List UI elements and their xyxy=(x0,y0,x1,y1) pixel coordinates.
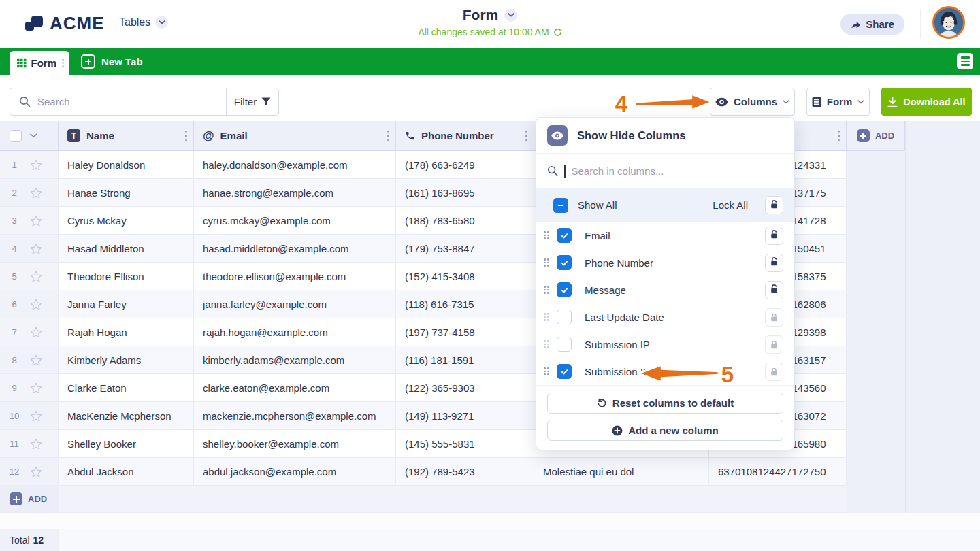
email-cell[interactable]: cyrus.mckay@example.com xyxy=(194,207,396,235)
phone-cell[interactable]: (197) 737-4158 xyxy=(396,318,534,346)
phone-cell[interactable]: (149) 113-9271 xyxy=(396,402,534,430)
phone-cell[interactable]: (161) 163-8695 xyxy=(396,179,534,207)
tab-form[interactable]: Form xyxy=(10,51,69,75)
phone-cell[interactable]: (192) 789-5423 xyxy=(396,458,534,486)
submission-id-cell[interactable]: 6370108124427172750 xyxy=(709,458,847,486)
drag-handle-icon[interactable] xyxy=(544,231,550,239)
column-lock-button[interactable] xyxy=(765,335,783,354)
name-cell[interactable]: Clarke Eaton xyxy=(59,374,194,402)
email-cell[interactable]: shelley.booker@example.com xyxy=(194,430,396,458)
column-checkbox[interactable] xyxy=(557,337,572,352)
popup-search-input[interactable] xyxy=(572,165,784,177)
column-lock-button[interactable] xyxy=(765,363,783,381)
drag-handle-icon[interactable] xyxy=(544,258,550,267)
kebab-icon[interactable] xyxy=(525,130,528,141)
column-checkbox[interactable] xyxy=(557,228,572,243)
star-icon[interactable] xyxy=(30,187,42,199)
star-icon[interactable] xyxy=(30,466,42,478)
columns-button[interactable]: Columns xyxy=(710,88,795,116)
kebab-icon[interactable] xyxy=(185,130,188,141)
show-all-checkbox[interactable] xyxy=(553,198,568,213)
phone-cell[interactable]: (188) 783-6580 xyxy=(396,207,534,235)
email-cell[interactable]: hasad.middleton@example.com xyxy=(194,235,396,263)
name-cell[interactable]: Abdul Jackson xyxy=(59,458,194,486)
new-tab-button[interactable]: New Tab xyxy=(81,48,143,75)
name-cell[interactable]: Rajah Hogan xyxy=(59,318,194,346)
filter-button[interactable]: Filter xyxy=(226,88,278,115)
tab-kebab-icon[interactable] xyxy=(62,59,64,67)
phone-cell[interactable]: (179) 753-8847 xyxy=(396,235,534,263)
row-number: 10 xyxy=(7,411,22,421)
name-cell[interactable]: Cyrus Mckay xyxy=(59,207,194,235)
title-chevron-down-icon[interactable] xyxy=(504,9,517,22)
star-icon[interactable] xyxy=(30,271,42,282)
star-icon[interactable] xyxy=(30,382,42,394)
column-header-email[interactable]: @ Email xyxy=(194,121,396,151)
phone-cell[interactable]: (122) 365-9303 xyxy=(396,374,534,402)
star-icon[interactable] xyxy=(30,327,42,338)
name-cell[interactable]: Kimberly Adams xyxy=(59,346,194,374)
star-icon[interactable] xyxy=(30,410,42,422)
drag-handle-icon[interactable] xyxy=(544,313,550,321)
column-checkbox[interactable] xyxy=(557,364,572,379)
email-cell[interactable]: kimberly.adams@example.com xyxy=(194,346,396,374)
chevron-down-icon[interactable] xyxy=(30,133,37,138)
name-cell[interactable]: Janna Farley xyxy=(59,290,194,318)
column-header-phone[interactable]: Phone Number xyxy=(396,121,534,151)
column-checkbox[interactable] xyxy=(557,282,572,297)
add-new-column-label: Add a new column xyxy=(628,424,719,436)
email-cell[interactable]: mackenzie.mcpherson@example.com xyxy=(194,402,396,430)
email-cell[interactable]: rajah.hogan@example.com xyxy=(194,318,396,346)
kebab-icon[interactable] xyxy=(387,130,390,141)
avatar[interactable] xyxy=(932,6,965,39)
phone-cell[interactable]: (152) 415-3408 xyxy=(396,263,534,290)
phone-cell[interactable]: (116) 181-1591 xyxy=(396,346,534,374)
kebab-icon[interactable] xyxy=(838,130,840,141)
email-cell[interactable]: abdul.jackson@example.com xyxy=(194,458,396,486)
name-cell[interactable]: Hasad Middleton xyxy=(59,235,194,263)
search-input[interactable] xyxy=(37,96,226,107)
star-icon[interactable] xyxy=(30,243,42,254)
add-row-button[interactable]: ADD xyxy=(0,486,847,513)
email-cell[interactable]: haley.donaldson@example.com xyxy=(194,151,396,179)
star-icon[interactable] xyxy=(30,215,42,227)
form-view-button[interactable]: Form xyxy=(806,88,870,116)
column-lock-button[interactable] xyxy=(765,308,783,327)
add-new-column-button[interactable]: Add a new column xyxy=(547,420,783,441)
column-checkbox[interactable] xyxy=(557,310,572,324)
phone-cell[interactable]: (178) 663-6249 xyxy=(396,151,534,179)
star-icon[interactable] xyxy=(30,438,42,450)
email-cell[interactable]: clarke.eaton@example.com xyxy=(194,374,396,402)
drag-handle-icon[interactable] xyxy=(544,286,550,294)
column-lock-button[interactable] xyxy=(765,254,783,272)
add-column-header[interactable]: ADD xyxy=(847,121,905,151)
phone-cell[interactable]: (145) 555-5831 xyxy=(396,430,534,458)
name-cell[interactable]: Shelley Booker xyxy=(59,430,194,458)
column-lock-button[interactable] xyxy=(765,227,783,245)
name-cell[interactable]: Hanae Strong xyxy=(59,179,194,207)
star-icon[interactable] xyxy=(30,159,42,171)
name-cell[interactable]: Haley Donaldson xyxy=(59,151,194,179)
toolbar: Filter Columns Form xyxy=(0,75,980,121)
email-cell[interactable]: janna.farley@example.com xyxy=(194,290,396,318)
star-icon[interactable] xyxy=(30,299,42,310)
lock-all-button[interactable] xyxy=(765,196,783,214)
phone-cell[interactable]: (118) 616-7315 xyxy=(396,290,534,318)
share-button[interactable]: Share xyxy=(840,14,904,35)
email-cell[interactable]: theodore.ellison@example.com xyxy=(194,263,396,290)
hamburger-icon[interactable] xyxy=(957,53,973,69)
column-header-name[interactable]: T Name xyxy=(59,121,194,151)
email-cell[interactable]: hanae.strong@example.com xyxy=(194,179,396,207)
message-cell[interactable]: Molestiae qui eu dol xyxy=(534,458,709,486)
star-icon[interactable] xyxy=(30,354,42,366)
name-cell[interactable]: Theodore Ellison xyxy=(59,263,194,290)
drag-handle-icon[interactable] xyxy=(544,367,550,375)
reset-columns-button[interactable]: Reset columns to default xyxy=(547,393,783,414)
select-all-checkbox[interactable] xyxy=(10,130,22,142)
name-cell[interactable]: MacKenzie Mcpherson xyxy=(59,402,194,430)
row-handle-cell: 6 xyxy=(0,290,59,318)
drag-handle-icon[interactable] xyxy=(544,340,550,348)
column-lock-button[interactable] xyxy=(765,281,783,299)
column-checkbox[interactable] xyxy=(557,255,572,270)
download-all-button[interactable]: Download All xyxy=(881,88,972,116)
